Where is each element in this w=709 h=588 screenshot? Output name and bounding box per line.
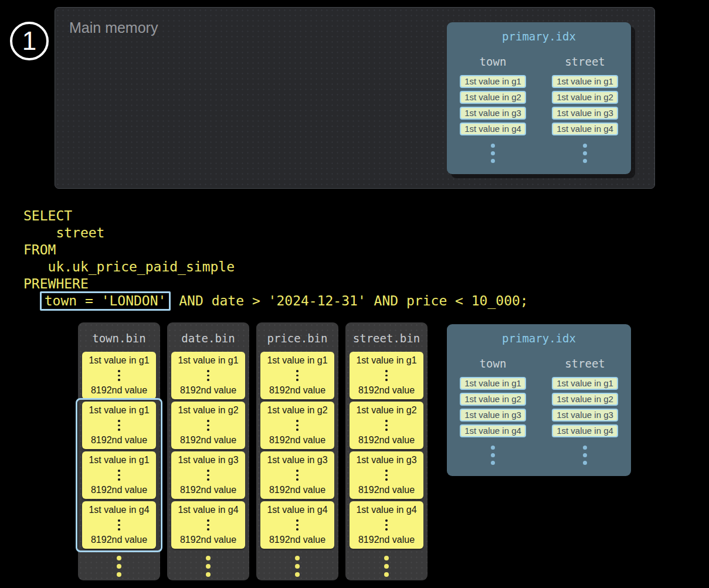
step-number-label: 1: [22, 26, 36, 56]
granule-ellipsis-dots: [207, 519, 209, 531]
ellipsis-dot: [206, 572, 211, 577]
idx-chip: 1st value in g1: [460, 75, 526, 88]
ellipsis-dot: [207, 370, 209, 372]
ellipsis-dot: [118, 424, 120, 427]
primary-idx-column: street1st value in g11st value in g21st …: [539, 43, 631, 163]
ellipsis-dot: [206, 556, 211, 560]
sql-highlight-box: town = 'LONDON': [40, 291, 171, 311]
granule-last-value-label: 8192nd value: [269, 485, 325, 495]
granule-block: 1st value in g48192nd value: [82, 501, 156, 549]
granule-first-value-label: 1st value in g4: [356, 505, 416, 515]
granule-ellipsis-dots: [207, 370, 209, 381]
idx-chip-list: 1st value in g11st value in g21st value …: [552, 377, 618, 437]
granule-ellipsis-dots: [385, 370, 388, 381]
idx-chip: 1st value in g4: [460, 424, 526, 437]
ellipsis-dot: [296, 474, 298, 477]
ellipsis-dot: [491, 144, 495, 148]
ellipsis-dot: [385, 478, 388, 481]
idx-chip-list: 1st value in g11st value in g21st value …: [460, 377, 526, 437]
ellipsis-dot: [384, 556, 389, 560]
idx-chip: 1st value in g3: [460, 409, 526, 422]
sql-text: street: [23, 225, 104, 240]
ellipsis-dot: [207, 524, 209, 526]
primary-idx-column: town1st value in g11st value in g21st va…: [447, 345, 539, 465]
granule-last-value-label: 8192nd value: [358, 385, 415, 396]
ellipsis-dot: [296, 429, 298, 431]
granule-block-list: 1st value in g18192nd value1st value in …: [345, 352, 428, 549]
granule-last-value-label: 8192nd value: [91, 535, 147, 545]
idx-chip: 1st value in g3: [460, 107, 526, 120]
granule-last-value-label: 8192nd value: [180, 435, 236, 446]
granule-block: 1st value in g28192nd value: [260, 402, 334, 449]
ellipsis-dot: [207, 519, 209, 522]
sql-line: street: [23, 225, 528, 242]
ellipsis-dot: [583, 144, 587, 148]
ellipsis-dot: [583, 159, 587, 163]
idx-chip: 1st value in g1: [552, 75, 618, 88]
primary-idx-columns: town1st value in g11st value in g21st va…: [447, 43, 631, 163]
idx-ellipsis-dots: [491, 144, 495, 163]
granule-block: 1st value in g38192nd value: [260, 451, 334, 499]
granule-first-value-label: 1st value in g1: [267, 355, 327, 366]
sql-line: SELECT: [23, 208, 528, 225]
granule-last-value-label: 8192nd value: [180, 535, 236, 545]
granule-last-value-label: 8192nd value: [91, 385, 147, 396]
idx-ellipsis-dots: [583, 446, 587, 465]
sql-text: AND date > '2024-12-31' AND price < 10_0…: [171, 293, 528, 308]
idx-chip: 1st value in g1: [460, 377, 526, 390]
sql-line: town = 'LONDON' AND date > '2024-12-31' …: [23, 293, 528, 310]
primary-idx-column: street1st value in g11st value in g21st …: [539, 345, 631, 465]
granule-first-value-label: 1st value in g4: [89, 505, 149, 515]
granule-block: 1st value in g48192nd value: [260, 501, 334, 549]
ellipsis-dot: [385, 470, 388, 472]
granule-first-value-label: 1st value in g4: [267, 505, 327, 515]
ellipsis-dot: [384, 564, 389, 569]
idx-chip: 1st value in g4: [552, 123, 618, 135]
bin-column: town.bin1st value in g18192nd value1st v…: [78, 322, 160, 580]
bin-column: date.bin1st value in g18192nd value1st v…: [167, 322, 249, 580]
ellipsis-dot: [583, 461, 587, 465]
granule-block: 1st value in g28192nd value: [171, 402, 245, 449]
ellipsis-dot: [207, 470, 209, 472]
ellipsis-dot: [118, 478, 120, 481]
granule-block: 1st value in g38192nd value: [171, 451, 245, 499]
granule-last-value-label: 8192nd value: [91, 485, 147, 495]
granule-last-value-label: 8192nd value: [358, 435, 415, 446]
ellipsis-dot: [207, 375, 209, 377]
granule-first-value-label: 1st value in g2: [178, 405, 238, 416]
ellipsis-dot: [491, 461, 495, 465]
granule-ellipsis-dots: [118, 519, 120, 531]
idx-column-header: town: [480, 55, 507, 68]
granule-block: 1st value in g18192nd value: [82, 352, 156, 399]
ellipsis-dot: [491, 159, 495, 163]
ellipsis-dot: [207, 429, 209, 431]
ellipsis-dot: [491, 453, 495, 457]
granule-first-value-label: 1st value in g4: [178, 505, 238, 515]
granule-block-list: 1st value in g18192nd value1st value in …: [78, 352, 160, 549]
primary-idx-column: town1st value in g11st value in g21st va…: [447, 43, 539, 163]
ellipsis-dot: [118, 524, 120, 526]
ellipsis-dot: [207, 424, 209, 427]
sql-text: SELECT: [23, 208, 72, 223]
ellipsis-dot: [385, 519, 388, 522]
granule-first-value-label: 1st value in g3: [267, 455, 327, 465]
primary-idx-panel-disk: primary.idx town1st value in g11st value…: [447, 324, 631, 476]
bin-ellipsis-dots: [345, 556, 428, 577]
granule-ellipsis-dots: [296, 420, 298, 431]
ellipsis-dot: [491, 151, 495, 155]
ellipsis-dot: [296, 528, 298, 531]
ellipsis-dot: [385, 370, 388, 372]
ellipsis-dot: [118, 474, 120, 477]
granule-ellipsis-dots: [118, 370, 120, 381]
ellipsis-dot: [117, 564, 121, 569]
idx-column-header: street: [565, 55, 605, 68]
ellipsis-dot: [583, 446, 587, 450]
ellipsis-dot: [118, 519, 120, 522]
diagram-canvas: 1 Main memory primary.idx town1st value …: [0, 0, 709, 588]
granule-block: 1st value in g18192nd value: [260, 352, 334, 399]
ellipsis-dot: [385, 524, 388, 526]
ellipsis-dot: [385, 474, 388, 477]
ellipsis-dot: [385, 375, 388, 377]
granule-block: 1st value in g18192nd value: [82, 402, 156, 449]
bin-column: price.bin1st value in g18192nd value1st …: [256, 322, 338, 580]
